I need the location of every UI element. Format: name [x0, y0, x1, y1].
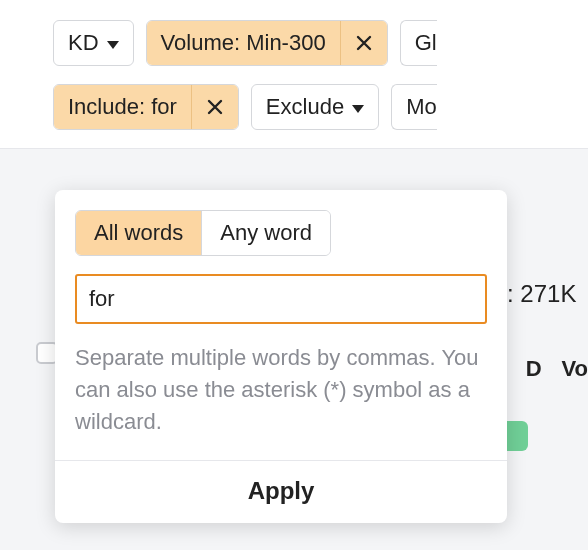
match-mode-segmented: All words Any word — [75, 210, 331, 256]
apply-button[interactable]: Apply — [248, 477, 315, 505]
filter-row-1: KD Volume: Min-300 Gl — [17, 20, 571, 66]
more-filters[interactable]: Mo — [391, 84, 437, 130]
volume-filter-label: Volume: Min-300 — [161, 30, 326, 56]
include-filter-remove[interactable] — [191, 85, 238, 129]
volume-filter[interactable]: Volume: Min-300 — [146, 20, 388, 66]
chevron-down-icon — [352, 105, 364, 113]
more-filters-label: Mo — [406, 94, 437, 120]
table-header: D Vo — [526, 356, 588, 382]
apply-bar: Apply — [55, 460, 507, 523]
include-filter-label: Include: for — [68, 94, 177, 120]
include-words-input[interactable] — [75, 274, 487, 324]
include-popover: All words Any word Separate multiple wor… — [55, 190, 507, 523]
filter-row-2: Include: for Exclude Mo — [17, 84, 571, 130]
total-volume-value: : 271K — [507, 280, 576, 308]
exclude-filter-label: Exclude — [266, 94, 344, 120]
filter-bar: KD Volume: Min-300 Gl Include: for — [0, 0, 588, 149]
column-volume: Vo — [562, 356, 588, 382]
include-help-text: Separate multiple words by commas. You c… — [75, 342, 487, 438]
tab-all-words[interactable]: All words — [76, 211, 201, 255]
tab-any-word[interactable]: Any word — [201, 211, 330, 255]
kd-filter-label: KD — [68, 30, 99, 56]
global-filter[interactable]: Gl — [400, 20, 437, 66]
chevron-down-icon — [107, 41, 119, 49]
volume-filter-remove[interactable] — [340, 21, 387, 65]
kd-filter[interactable]: KD — [53, 20, 134, 66]
include-filter[interactable]: Include: for — [53, 84, 239, 130]
column-kd: D — [526, 356, 542, 382]
global-filter-label: Gl — [415, 30, 437, 56]
exclude-filter[interactable]: Exclude — [251, 84, 379, 130]
